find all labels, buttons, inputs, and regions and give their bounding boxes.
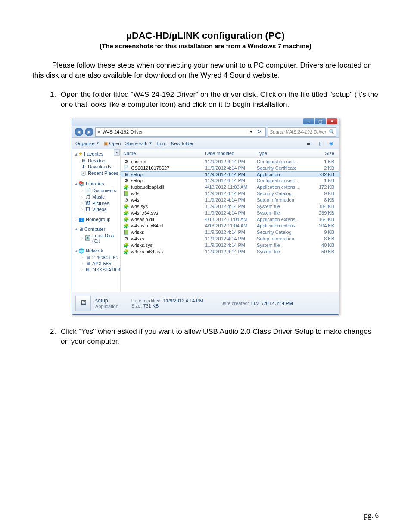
dropdown-icon[interactable]: ▾: [248, 129, 254, 134]
open-button[interactable]: ▣Open: [104, 140, 121, 146]
help-button[interactable]: ◉: [327, 139, 336, 148]
file-list: ⚙custom11/9/2012 4:14 PMConfiguration se…: [121, 158, 339, 292]
file-size: 172 KB: [308, 184, 339, 190]
file-date: 4/13/2012 11:04 AM: [205, 223, 257, 228]
file-row[interactable]: 🖥setup11/9/2012 4:14 PMApplication732 KB: [121, 171, 339, 177]
sidebar-item-net0[interactable]: ▷🖥2-4GIG-RIG: [75, 255, 120, 261]
file-name: w4sks: [131, 236, 144, 241]
sidebar-item-pictures[interactable]: ▷🖼Pictures: [75, 200, 120, 206]
page-title: µDAC-HD/µLINK configuration (PC): [32, 30, 379, 41]
sidebar-network[interactable]: Network: [86, 248, 103, 253]
view-options-button[interactable]: ≣▾: [305, 139, 313, 148]
file-row[interactable]: 🧩w4sks_x64.sys11/9/2012 4:14 PMSystem fi…: [121, 249, 339, 255]
file-row[interactable]: ⚙setup11/9/2012 4:14 PMConfiguration set…: [121, 177, 339, 184]
file-icon: ⚙: [123, 178, 129, 184]
file-icon: 🧩: [123, 210, 129, 216]
sidebar-item-desktop[interactable]: 🖥Desktop: [75, 158, 120, 164]
file-date: 11/9/2012 4:14 PM: [205, 165, 257, 171]
breadcrumb-text: W4S 24-192 Driver: [103, 129, 143, 134]
file-row[interactable]: 🧩w4sasio.dll4/13/2012 11:04 AMApplicatio…: [121, 216, 339, 223]
nav-forward-button[interactable]: ►: [85, 128, 93, 136]
sidebar-item-net1[interactable]: ▷🖥APX-585: [75, 261, 120, 267]
breadcrumb[interactable]: ▸ W4S 24-192 Driver ▾ ↻: [95, 127, 266, 137]
refresh-icon[interactable]: ↻: [255, 129, 263, 134]
file-date: 4/13/2012 11:04 AM: [205, 217, 257, 222]
file-row[interactable]: 📗w4s11/9/2012 4:14 PMSecurity Catalog9 K…: [121, 190, 339, 197]
minimize-button[interactable]: –: [303, 118, 314, 124]
sidebar-favorites[interactable]: Favorites: [84, 151, 103, 156]
page-subtitle: (The screenshots for this installation a…: [32, 42, 379, 50]
file-row[interactable]: 📗w4sks11/9/2012 4:14 PMSecurity Catalog9…: [121, 229, 339, 236]
file-name: w4sks_x64.sys: [131, 249, 163, 254]
file-row[interactable]: 📄OS20121017862711/9/2012 4:14 PMSecurity…: [121, 165, 339, 171]
file-name: w4s.sys: [131, 204, 148, 209]
file-name: custom: [131, 159, 146, 164]
file-icon: ⚙: [123, 197, 129, 203]
file-row[interactable]: 🧩w4sks.sys11/9/2012 4:14 PMSystem file40…: [121, 242, 339, 249]
file-row[interactable]: 🧩w4s.sys11/9/2012 4:14 PMSystem file184 …: [121, 203, 339, 210]
col-size[interactable]: Size: [308, 151, 339, 156]
chevron-right-icon: ▸: [98, 129, 101, 134]
share-button[interactable]: Share with▼: [125, 141, 152, 146]
file-icon: 🧩: [123, 243, 129, 248]
file-row[interactable]: 🧩w4sasio_x64.dll4/13/2012 11:04 AMApplic…: [121, 223, 339, 229]
file-name: w4sasio_x64.dll: [131, 223, 165, 228]
file-icon: 🧩: [123, 223, 129, 229]
col-date[interactable]: Date modified: [205, 151, 257, 156]
organize-button[interactable]: Organize▼: [75, 141, 100, 146]
file-row[interactable]: ⚙w4s11/9/2012 4:14 PMSetup Information8 …: [121, 197, 339, 203]
sidebar-item-music[interactable]: ▷🎵Music: [75, 194, 120, 200]
file-size: 1 KB: [308, 178, 339, 183]
file-date: 11/9/2012 4:14 PM: [205, 230, 257, 235]
sidebar-item-localdisk[interactable]: ▷💽Local Disk (C:): [75, 233, 120, 244]
file-row[interactable]: 🧩tusbaudioapi.dll4/13/2012 11:03 AMAppli…: [121, 184, 339, 190]
file-date: 11/9/2012 4:14 PM: [205, 204, 257, 209]
sidebar-item-downloads[interactable]: ⬇Downloads: [75, 164, 120, 170]
file-date: 11/9/2012 4:14 PM: [205, 159, 257, 164]
file-type: Security Catalog: [257, 230, 308, 235]
sidebar-item-videos[interactable]: ▷🎞Videos: [75, 206, 120, 212]
statusbar-filename: setup: [95, 298, 118, 304]
sidebar-item-net2[interactable]: ▷🖥DISKSTATION: [75, 267, 120, 273]
scroll-up-button[interactable]: ▴: [114, 149, 120, 156]
file-name: tusbaudioapi.dll: [131, 184, 164, 190]
file-size: 9 KB: [308, 230, 339, 235]
file-row[interactable]: ⚙custom11/9/2012 4:14 PMConfiguration se…: [121, 159, 339, 165]
sidebar-item-recent[interactable]: 🕘Recent Places: [75, 170, 120, 177]
burn-button[interactable]: Burn: [156, 141, 166, 146]
close-button[interactable]: ×: [327, 118, 337, 124]
file-type: Application: [257, 172, 308, 177]
file-size: 9 KB: [308, 191, 339, 196]
col-type[interactable]: Type: [257, 151, 308, 156]
step-1: Open the folder titled "W4S 24-192 Drive…: [58, 90, 379, 110]
page-number: pg. 6: [364, 511, 379, 520]
file-type: Setup Information: [257, 197, 308, 202]
file-size: 8 KB: [308, 236, 339, 241]
sidebar-libraries[interactable]: Libraries: [86, 181, 104, 186]
col-name[interactable]: Name: [123, 151, 205, 156]
file-size: 164 KB: [308, 217, 339, 222]
step-2: Click "Yes" when asked if you want to al…: [58, 327, 379, 347]
maximize-button[interactable]: ▢: [315, 118, 326, 124]
file-date: 11/9/2012 4:14 PM: [205, 243, 257, 248]
sidebar-computer[interactable]: Computer: [84, 227, 105, 232]
column-headers[interactable]: Name Date modified Type Size: [121, 149, 339, 158]
search-input[interactable]: Search W4S 24-192 Driver 🔍: [268, 127, 336, 137]
statusbar-filetype: Application: [95, 304, 118, 309]
file-type: System file: [257, 243, 308, 248]
file-type: Configuration sett...: [257, 159, 308, 164]
file-row[interactable]: 🧩w4s_x64.sys11/9/2012 4:14 PMSystem file…: [121, 210, 339, 216]
sidebar-item-documents[interactable]: ▷📄Documents: [75, 187, 120, 194]
statusbar-app-icon: 🖥: [75, 296, 91, 311]
titlebar: – ▢ ×: [72, 118, 339, 126]
file-name: w4s_x64.sys: [131, 210, 158, 215]
preview-pane-button[interactable]: ▯: [316, 139, 324, 148]
file-name: w4s: [131, 191, 140, 196]
nav-back-button[interactable]: ◄: [75, 128, 83, 136]
file-name: w4sks.sys: [131, 243, 153, 248]
file-icon: 🧩: [123, 249, 129, 255]
sidebar-homegroup[interactable]: Homegroup: [86, 217, 110, 222]
file-icon: 📗: [123, 191, 129, 196]
file-row[interactable]: ⚙w4sks11/9/2012 4:14 PMSetup Information…: [121, 236, 339, 242]
newfolder-button[interactable]: New folder: [171, 141, 194, 146]
